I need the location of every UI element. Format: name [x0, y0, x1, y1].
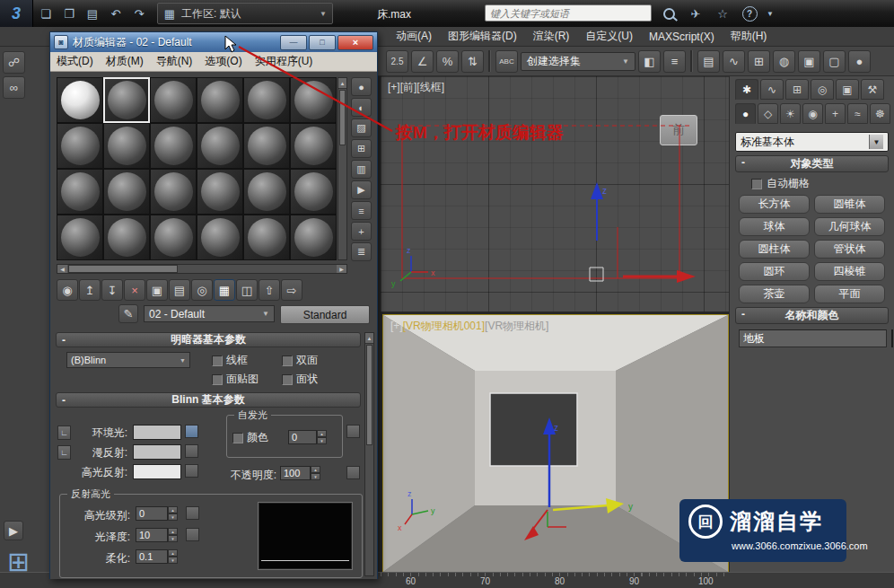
search-icon[interactable]: [658, 3, 679, 24]
material-editor-icon[interactable]: ◍: [773, 50, 795, 73]
category-helpers-icon[interactable]: +: [825, 103, 846, 124]
slots-vertical-scrollbar[interactable]: ▲: [337, 77, 347, 260]
object-color-swatch[interactable]: [891, 329, 893, 347]
material-slot[interactable]: [103, 169, 150, 215]
menu-options[interactable]: 选项(O): [198, 54, 248, 69]
two-sided-checkbox[interactable]: [282, 355, 293, 366]
make-preview-icon[interactable]: ▶: [351, 180, 372, 199]
scroll-up-icon[interactable]: ▲: [338, 78, 346, 89]
self-illum-color-checkbox[interactable]: [232, 433, 243, 443]
menu-utilities[interactable]: 实用程序(U): [249, 54, 320, 69]
material-slot[interactable]: [290, 169, 337, 215]
diffuse-color-swatch[interactable]: [133, 444, 181, 460]
open-file-icon[interactable]: ❐: [58, 3, 80, 24]
menu-customize[interactable]: 自定义(U): [577, 29, 641, 44]
material-slot[interactable]: [290, 77, 337, 123]
material-name-dropdown[interactable]: 02 - Default ▼: [144, 305, 275, 322]
reset-map-icon[interactable]: ×: [124, 279, 145, 301]
specular-map-button[interactable]: [185, 464, 198, 478]
show-map-in-viewport-icon[interactable]: ▦: [214, 279, 235, 301]
spinner-snap-icon[interactable]: ⇅: [461, 50, 484, 73]
glossiness-map-button[interactable]: [186, 528, 199, 541]
material-slot[interactable]: [197, 169, 243, 215]
help-icon[interactable]: ?: [739, 3, 760, 24]
rollout-blinn-basic[interactable]: - Blinn 基本参数: [56, 392, 361, 408]
snap-toggle-icon[interactable]: 2.5: [386, 50, 408, 73]
screen-object[interactable]: [490, 393, 577, 466]
scroll-up-icon[interactable]: ▲: [365, 333, 373, 344]
curve-editor-icon[interactable]: ∿: [723, 50, 745, 73]
render-icon[interactable]: ●: [848, 50, 871, 73]
close-button[interactable]: ×: [337, 35, 373, 50]
spinner-arrows[interactable]: ▴▾: [317, 430, 327, 444]
spinner-arrows[interactable]: ▴▾: [168, 549, 178, 564]
tab-motion[interactable]: ◎: [811, 79, 834, 100]
category-lights-icon[interactable]: ☀: [780, 103, 801, 124]
get-material-icon[interactable]: ◉: [57, 279, 78, 301]
layer-manager-icon[interactable]: ▤: [697, 50, 720, 73]
unlink-icon[interactable]: ∞: [3, 76, 25, 99]
slots-horizontal-scrollbar[interactable]: ◀ ▶: [57, 264, 347, 274]
menu-material[interactable]: 材质(M): [100, 54, 150, 69]
category-cameras-icon[interactable]: ◉: [802, 103, 823, 124]
lock-diffuse-specular-icon[interactable]: ∟: [57, 445, 71, 460]
spinner-arrows[interactable]: ▴▾: [168, 528, 178, 542]
new-file-icon[interactable]: ❏: [35, 3, 57, 24]
teapot-button[interactable]: 茶壶: [739, 285, 810, 303]
spinner-arrows[interactable]: ▴▾: [311, 466, 320, 480]
category-geometry-icon[interactable]: ●: [735, 103, 756, 124]
communication-icon[interactable]: ✈: [685, 3, 706, 24]
box-button[interactable]: 长方体: [739, 195, 810, 214]
scroll-right-icon[interactable]: ▶: [337, 265, 346, 273]
sample-tiling-icon[interactable]: ⊞: [351, 139, 372, 158]
sample-type-icon[interactable]: ●: [351, 77, 372, 96]
schematic-view-icon[interactable]: ⊞: [748, 50, 770, 73]
category-systems-icon[interactable]: ☸: [870, 103, 890, 124]
tab-utilities[interactable]: ⚒: [861, 79, 884, 100]
align-icon[interactable]: ≡: [663, 50, 686, 73]
camera-viewport[interactable]: [+][VR物理相机001][VR物理相机] z y: [382, 314, 729, 573]
material-slot[interactable]: [243, 123, 290, 169]
opacity-value[interactable]: 100: [280, 466, 311, 480]
ambient-color-swatch[interactable]: [133, 425, 181, 440]
3dsmax-logo[interactable]: 3: [0, 0, 33, 27]
front-viewport[interactable]: [+][前][线框] 前 z z x y: [381, 76, 729, 312]
angle-snap-icon[interactable]: ∠: [411, 50, 434, 73]
material-slot[interactable]: [243, 215, 290, 260]
wireframe-checkbox[interactable]: [212, 355, 223, 366]
material-slot[interactable]: [57, 215, 103, 260]
material-slot[interactable]: [103, 123, 150, 169]
opacity-map-button[interactable]: [346, 466, 360, 479]
background-icon[interactable]: ▨: [351, 118, 372, 137]
material-slot[interactable]: [197, 77, 243, 123]
assign-to-selection-icon[interactable]: ↧: [101, 279, 123, 301]
selection-set-dropdown[interactable]: 创建选择集 ▼: [521, 52, 635, 71]
scroll-left-icon[interactable]: ◀: [57, 265, 67, 273]
save-file-icon[interactable]: ▤: [82, 3, 103, 24]
category-spacewarps-icon[interactable]: ≈: [847, 103, 868, 124]
menu-animation[interactable]: 动画(A): [388, 29, 440, 44]
material-slot-selected[interactable]: [103, 77, 150, 123]
specular-color-swatch[interactable]: [133, 464, 181, 479]
redo-icon[interactable]: ↷: [128, 3, 150, 24]
select-by-material-icon[interactable]: +: [351, 222, 372, 241]
category-shapes-icon[interactable]: ◇: [758, 103, 778, 124]
material-slot[interactable]: [150, 77, 197, 123]
make-unique-icon[interactable]: ▣: [146, 279, 168, 301]
named-selection-icon[interactable]: ABC: [495, 50, 518, 73]
material-editor-window[interactable]: ◙ 材质编辑器 - 02 - Default — □ × 模式(D) 材质(M)…: [49, 31, 378, 579]
menu-maxscript[interactable]: MAXScript(X): [641, 31, 723, 43]
menu-navigation[interactable]: 导航(N): [150, 54, 199, 69]
workspace-dropdown[interactable]: ▦ 工作区: 默认 ▼: [157, 3, 333, 24]
scrollbar-thumb[interactable]: [68, 265, 178, 273]
track-bar[interactable]: 60 70 80 90 100: [381, 573, 729, 588]
tab-display[interactable]: ▣: [836, 79, 859, 100]
rollout-shader-basic[interactable]: - 明暗器基本参数: [56, 332, 361, 347]
material-editor-titlebar[interactable]: ◙ 材质编辑器 - 02 - Default — □ ×: [50, 32, 377, 52]
params-scrollbar[interactable]: ▲: [364, 332, 374, 576]
material-slot[interactable]: [150, 123, 197, 169]
material-slot[interactable]: [290, 123, 337, 169]
glossiness-value[interactable]: 10: [136, 528, 168, 542]
autogrid-checkbox[interactable]: [751, 179, 762, 189]
undo-icon[interactable]: ↶: [105, 3, 127, 24]
